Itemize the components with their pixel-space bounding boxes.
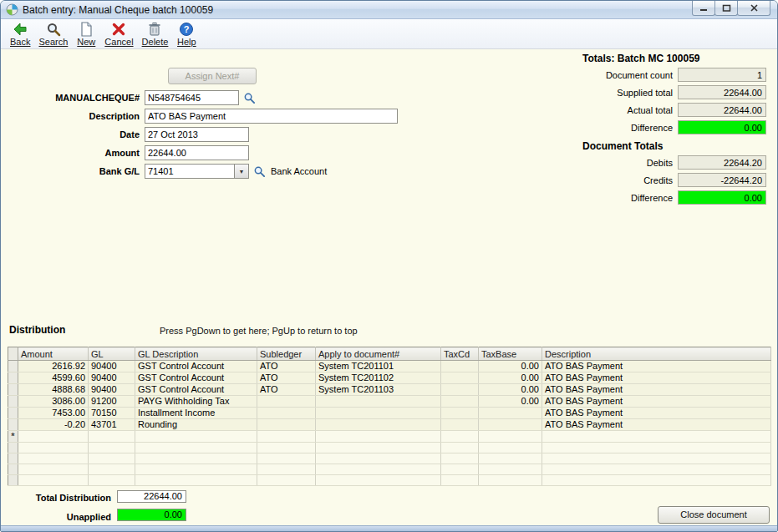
search-button[interactable]: Search [34,21,72,48]
maximize-button[interactable] [714,1,738,16]
grid-cell[interactable] [135,453,257,464]
grid-cell[interactable]: GST Control Account [135,384,257,396]
grid-cell[interactable] [257,408,316,419]
grid-cell[interactable] [441,419,479,431]
grid-cell[interactable]: Installment Income [135,408,257,419]
grid-cell[interactable]: ATO BAS Payment [542,408,771,419]
grid-cell[interactable]: 90400 [89,372,135,384]
grid-cell[interactable]: 0.00 [479,372,542,384]
grid-cell[interactable] [542,431,771,443]
table-row[interactable] [8,475,771,486]
grid-cell[interactable]: 90400 [89,361,135,372]
grid-cell[interactable] [316,431,441,443]
grid-cell[interactable]: -0.20 [18,419,89,431]
grid-cell[interactable] [441,408,479,419]
grid-cell[interactable]: 43701 [89,419,135,431]
grid-cell[interactable] [542,475,771,486]
row-selector[interactable] [8,464,18,475]
grid-cell[interactable]: 0.00 [479,361,542,372]
grid-cell[interactable] [89,453,135,464]
grid-cell[interactable] [316,475,441,486]
grid-cell[interactable]: 90400 [89,384,135,396]
bank-gl-input[interactable] [145,164,235,179]
grid-cell[interactable] [257,419,316,431]
grid-cell[interactable] [479,431,542,443]
grid-cell[interactable]: GST Control Account [135,361,257,372]
table-row[interactable]: 4888.6890400GST Control AccountATOSystem… [8,384,771,396]
table-row[interactable] [8,443,771,453]
bank-gl-lookup-icon[interactable] [253,165,266,178]
manualcheque-input[interactable] [145,90,239,105]
row-selector[interactable] [8,372,18,384]
table-row[interactable]: 7453.0070150Installment IncomeATO BAS Pa… [8,408,771,419]
grid-cell[interactable]: 0.00 [479,396,542,408]
grid-cell[interactable] [257,475,316,486]
grid-cell[interactable]: ATO BAS Payment [542,396,771,408]
grid-cell[interactable] [257,453,316,464]
grid-cell[interactable] [89,464,135,475]
grid-cell[interactable]: 4599.60 [18,372,89,384]
grid-cell[interactable] [316,453,441,464]
grid-cell[interactable] [441,361,479,372]
grid-cell[interactable] [316,408,441,419]
grid-cell[interactable] [316,419,441,431]
grid-cell[interactable] [441,464,479,475]
grid-cell[interactable] [257,464,316,475]
grid-cell[interactable] [135,464,257,475]
table-row[interactable] [8,464,771,475]
grid-cell[interactable] [18,475,89,486]
assign-next-button[interactable]: Assign Next# [168,68,257,84]
grid-cell[interactable] [18,443,89,453]
grid-cell[interactable]: Rounding [135,419,257,431]
grid-cell[interactable]: ATO [257,361,316,372]
grid-cell[interactable] [441,396,479,408]
grid-cell[interactable]: 2616.92 [18,361,89,372]
row-selector[interactable] [8,453,18,464]
table-row[interactable]: 3086.0091200PAYG Withholding Tax0.00ATO … [8,396,771,408]
grid-cell[interactable] [89,443,135,453]
new-button[interactable]: New [72,21,100,48]
grid-cell[interactable] [316,443,441,453]
grid-cell[interactable] [542,464,771,475]
grid-cell[interactable]: 4888.68 [18,384,89,396]
grid-cell[interactable] [257,431,316,443]
close-button[interactable] [737,1,770,16]
close-document-button[interactable]: Close document [658,506,770,524]
grid-cell[interactable] [441,475,479,486]
grid-cell[interactable] [479,475,542,486]
grid-cell[interactable] [441,453,479,464]
grid-cell[interactable] [316,396,441,408]
grid-cell[interactable]: ATO BAS Payment [542,361,771,372]
grid-cell[interactable] [257,396,316,408]
grid-cell[interactable] [441,431,479,443]
grid-cell[interactable] [479,453,542,464]
table-row[interactable]: 2616.9290400GST Control AccountATOSystem… [8,361,771,372]
grid-cell[interactable] [18,431,89,443]
grid-cell[interactable]: 7453.00 [18,408,89,419]
description-input[interactable] [145,109,398,124]
grid-cell[interactable]: System TC201103 [316,384,441,396]
grid-cell[interactable] [479,443,542,453]
amount-input[interactable] [145,145,249,160]
grid-cell[interactable] [441,384,479,396]
manualcheque-lookup-icon[interactable] [243,92,256,104]
grid-cell[interactable] [135,443,257,453]
grid-cell[interactable]: System TC201102 [316,372,441,384]
row-selector[interactable] [8,384,18,396]
back-button[interactable]: Back [6,21,34,48]
grid-cell[interactable] [479,408,542,419]
grid-cell[interactable]: 70150 [89,408,135,419]
row-selector[interactable] [8,475,18,486]
grid-cell[interactable]: 0.00 [479,384,542,396]
grid-cell[interactable] [316,464,441,475]
date-input[interactable] [145,127,249,142]
grid-cell[interactable]: 91200 [89,396,135,408]
grid-cell[interactable]: System TC201101 [316,361,441,372]
table-row[interactable] [8,453,771,464]
grid-cell[interactable]: 3086.00 [18,396,89,408]
grid-cell[interactable]: ATO BAS Payment [542,372,771,384]
grid-cell[interactable] [479,419,542,431]
delete-button[interactable]: Delete [138,21,173,48]
row-selector[interactable]: * [8,431,18,443]
row-selector[interactable] [8,361,18,372]
